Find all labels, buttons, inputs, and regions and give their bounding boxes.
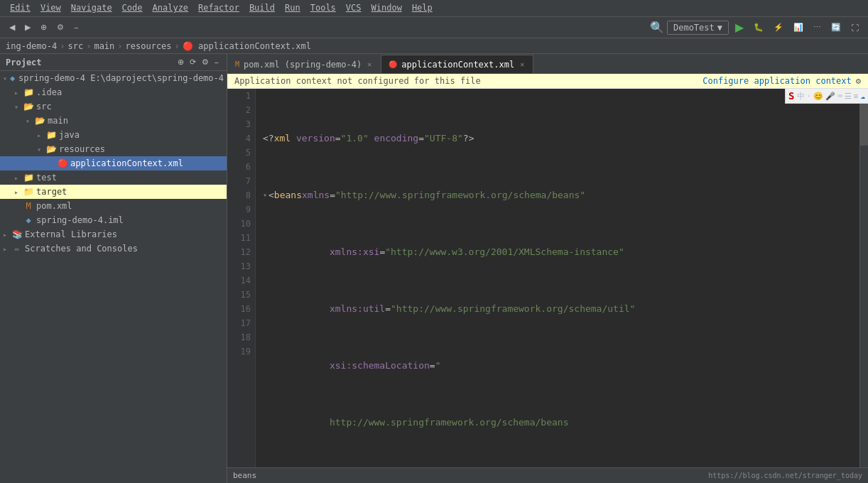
menu-build[interactable]: Build: [245, 1, 279, 15]
sidebar-item-src[interactable]: ▾ 📂 src: [0, 99, 227, 114]
library-icon: 📚: [11, 229, 23, 239]
sidebar-item-resources[interactable]: ▾ 📂 resources: [0, 142, 227, 156]
line-num-19: 19: [227, 344, 251, 359]
menu-run[interactable]: Run: [281, 1, 305, 15]
ime-keyboard[interactable]: ⌨: [837, 92, 842, 101]
fullscreen-button[interactable]: ⛶: [847, 21, 862, 34]
more-button[interactable]: ⋯: [810, 21, 825, 34]
status-right: https://blog.csdn.net/stranger_today: [708, 472, 862, 479]
run-button[interactable]: ▶: [732, 18, 747, 36]
tab-applicationcontext[interactable]: 🔴 applicationContext.xml ✕: [381, 55, 533, 73]
scratches-icon: ✏️: [11, 244, 23, 254]
sidebar-label-pom: pom.xml: [36, 201, 72, 211]
tab-bar: M pom.xml (spring-demo-4) ✕ 🔴 applicatio…: [227, 54, 868, 74]
sidebar-item-iml[interactable]: ◆ spring-demo-4.iml: [0, 213, 227, 227]
breadcrumb-sep-4: ›: [175, 41, 180, 51]
tree-arrow-test: ▸: [14, 174, 23, 182]
menu-navigate[interactable]: Navigate: [67, 1, 116, 15]
line-num-9: 9: [227, 202, 251, 217]
menu-window[interactable]: Window: [367, 1, 406, 15]
collapse-button[interactable]: −: [70, 21, 82, 34]
ime-more2[interactable]: ≡: [854, 92, 859, 101]
breadcrumb-resources[interactable]: resources: [126, 41, 172, 51]
tree-arrow-main: ▾: [26, 117, 34, 125]
menu-view[interactable]: View: [36, 1, 65, 15]
ime-more1[interactable]: ☰: [845, 92, 852, 101]
search-icon[interactable]: 🔍: [650, 21, 664, 34]
line-num-3: 3: [227, 117, 251, 131]
line-num-4: 4: [227, 131, 251, 146]
line-num-7: 7: [227, 174, 251, 188]
line-num-15: 15: [227, 288, 251, 302]
iml-icon: ◆: [23, 215, 34, 225]
ime-punct[interactable]: ·: [807, 92, 812, 101]
sidebar-tree: ▾ ◆ spring-demo-4 E:\daproject\spring-de…: [0, 71, 227, 483]
breadcrumb-project[interactable]: ing-demo-4: [6, 41, 57, 51]
code-editor[interactable]: S 中 · 😊 🎤 ⌨ ☰ ≡ ☁ 1 2 3 4 5 6 7 8 9: [227, 89, 868, 467]
scrollbar-track[interactable]: [859, 89, 868, 467]
menu-help[interactable]: Help: [408, 1, 437, 15]
breadcrumb: ing-demo-4 › src › main › resources › 🔴 …: [0, 38, 868, 54]
breadcrumb-src[interactable]: src: [67, 41, 83, 51]
sidebar-add-button[interactable]: ⊕: [175, 57, 186, 67]
tree-arrow-appctx: [48, 160, 57, 168]
folder-icon-java: 📁: [45, 130, 57, 140]
breadcrumb-main[interactable]: main: [94, 41, 114, 51]
line-numbers: 1 2 3 4 5 6 7 8 9 10 11 12 13 14 15 16 1…: [227, 89, 256, 467]
sidebar-item-pom[interactable]: M pom.xml: [0, 199, 227, 213]
sidebar-item-applicationcontext[interactable]: 🔴 applicationContext.xml: [0, 156, 227, 170]
ime-lang[interactable]: 中: [797, 91, 805, 102]
sidebar-item-main[interactable]: ▾ 📂 main: [0, 114, 227, 128]
tree-arrow-iml: [14, 217, 23, 224]
sidebar-item-external-libraries[interactable]: ▸ 📚 External Libraries: [0, 227, 227, 242]
back-button[interactable]: ◀: [6, 21, 18, 34]
tab-pom[interactable]: M pom.xml (spring-demo-4) ✕: [227, 55, 381, 73]
menu-edit[interactable]: Edit: [6, 1, 35, 15]
sidebar-item-test[interactable]: ▸ 📁 test: [0, 170, 227, 185]
warning-settings-icon[interactable]: ⚙: [856, 76, 861, 86]
menu-analyze[interactable]: Analyze: [148, 1, 193, 15]
sidebar-item-idea[interactable]: ▸ 📁 .idea: [0, 85, 227, 99]
coverage-button[interactable]: ⚡: [770, 21, 787, 34]
ime-cloud[interactable]: ☁: [860, 92, 865, 101]
breadcrumb-sep-2: ›: [86, 41, 91, 51]
status-left: beans: [233, 471, 256, 480]
recent-files-button[interactable]: ⊕: [37, 21, 50, 34]
breadcrumb-sep-1: ›: [60, 41, 65, 51]
forward-button[interactable]: ▶: [21, 21, 34, 34]
sidebar-collapse-button[interactable]: −: [212, 57, 221, 67]
code-content[interactable]: <?xml version="1.0" encoding="UTF-8"?> ▾…: [256, 89, 868, 467]
sidebar-item-spring-demo-4[interactable]: ▾ ◆ spring-demo-4 E:\daproject\spring-de…: [0, 71, 227, 85]
breadcrumb-file: 🔴 applicationContext.xml: [183, 41, 311, 51]
fold-icon-2[interactable]: ▾: [263, 188, 267, 202]
sidebar-sync-button[interactable]: ⟳: [188, 57, 198, 67]
sidebar-item-target[interactable]: ▸ 📁 target: [0, 185, 227, 199]
settings-button[interactable]: ⚙: [53, 21, 67, 34]
code-text-4: xmlns:util="http://www.springframework.o…: [263, 302, 635, 316]
update-button[interactable]: 🔄: [828, 21, 845, 34]
tab-close-pom[interactable]: ✕: [366, 60, 373, 69]
sidebar-item-java[interactable]: ▸ 📁 java: [0, 128, 227, 142]
breadcrumb-sep-3: ›: [117, 41, 122, 51]
tab-label-pom: pom.xml (spring-demo-4): [244, 60, 362, 70]
sidebar-header: Project ⊕ ⟳ ⚙ −: [0, 54, 227, 71]
code-line-5: xsi:schemaLocation=": [263, 359, 868, 373]
menu-code[interactable]: Code: [118, 1, 147, 15]
sidebar-item-scratches[interactable]: ▸ ✏️ Scratches and Consoles: [0, 242, 227, 256]
toolbar: ◀ ▶ ⊕ ⚙ − 🔍 DemoTest ▼ ▶ 🐛 ⚡ 📊 ⋯ 🔄 ⛶: [0, 17, 868, 38]
run-config-selector[interactable]: DemoTest ▼: [667, 21, 729, 35]
tab-close-appctx[interactable]: ✕: [519, 60, 526, 69]
tab-icon-pom: M: [235, 60, 239, 68]
configure-link[interactable]: Configure application context: [702, 76, 852, 86]
folder-icon-main: 📂: [34, 116, 45, 126]
menu-tools[interactable]: Tools: [306, 1, 340, 15]
tree-arrow-spring-demo-4: ▾: [3, 75, 9, 82]
debug-button[interactable]: 🐛: [750, 21, 767, 34]
sidebar-settings-button[interactable]: ⚙: [200, 57, 211, 67]
profile-button[interactable]: 📊: [790, 21, 807, 34]
tree-arrow-java: ▸: [37, 131, 45, 139]
menu-refactor[interactable]: Refactor: [194, 1, 244, 15]
ime-voice[interactable]: 🎤: [825, 92, 835, 101]
ime-emoji[interactable]: 😊: [813, 92, 823, 101]
menu-vcs[interactable]: VCS: [342, 1, 366, 15]
